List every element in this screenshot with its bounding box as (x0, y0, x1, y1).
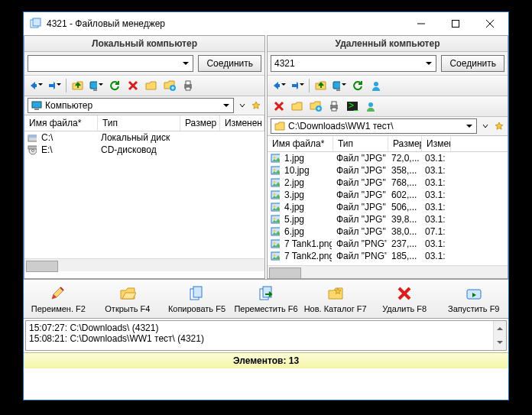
desktop-icon[interactable] (332, 79, 346, 92)
local-file-list[interactable]: C:\ Локальный диск E:\ CD-дисковод (24, 131, 264, 258)
transfer-icon[interactable] (163, 79, 177, 92)
file-size: 602,... (387, 190, 420, 200)
local-path-combo[interactable]: Компьютер (28, 98, 234, 113)
img-icon (268, 153, 280, 164)
refresh-icon[interactable] (351, 79, 365, 92)
forward-icon[interactable] (290, 79, 304, 92)
file-name: C:\ (37, 132, 96, 143)
svg-point-21 (32, 150, 34, 152)
svg-rect-17 (34, 109, 39, 110)
list-item[interactable]: C:\ Локальный диск (24, 131, 264, 144)
newdir-button[interactable]: Нов. Каталог F7 (300, 283, 370, 315)
open-button[interactable]: Открыть F4 (93, 283, 163, 315)
remote-file-list[interactable]: 1.jpg Файл "JPG" 72,0,... 03.1: 10.jpg Ф… (268, 152, 508, 265)
back-icon[interactable] (272, 79, 286, 92)
folder-icon[interactable] (290, 99, 304, 113)
local-connect-button[interactable]: Соединить (198, 55, 261, 72)
file-name: 2.jpg (280, 177, 332, 188)
remote-connect-button[interactable]: Соединить (441, 55, 504, 72)
transfer-icon[interactable] (309, 99, 323, 113)
col-type[interactable]: Тип (333, 136, 388, 151)
svg-rect-56 (193, 287, 202, 297)
up-folder-icon[interactable] (71, 79, 85, 92)
action-label: Удалить F8 (382, 304, 427, 313)
list-item[interactable]: 10.jpg Файл "JPG" 358,... 03.1: (268, 164, 508, 177)
log-panel[interactable]: 15:07:27: C:\Downloads\ (4321)15:08:21: … (25, 320, 507, 351)
remote-path-combo[interactable]: C:\Downloads\WW1 тест\ (271, 118, 477, 134)
app-icon (30, 18, 42, 30)
file-name: 3.jpg (280, 190, 332, 200)
copy-button[interactable]: Копировать F5 (162, 283, 232, 315)
svg-rect-8 (90, 82, 97, 89)
svg-point-50 (274, 230, 276, 232)
remote-hscroll[interactable] (268, 265, 508, 278)
remote-list-header[interactable]: Имя файла* Тип Размер Измен (268, 136, 508, 152)
shell-icon[interactable]: >_ (345, 99, 359, 113)
list-item[interactable]: 1.jpg Файл "JPG" 72,0,... 03.1: (268, 152, 508, 164)
svg-point-54 (274, 255, 276, 257)
svg-rect-23 (277, 84, 280, 87)
move-button[interactable]: Переместить F6 (232, 283, 301, 315)
remote-connection-combo[interactable]: 4321 (271, 55, 436, 72)
list-item[interactable]: 2.jpg Файл "JPG" 768,... 03.1: (268, 177, 508, 189)
col-modified[interactable]: Изменен (220, 115, 264, 131)
list-item[interactable]: 3.jpg Файл "JPG" 602,... 03.1: (268, 189, 508, 201)
refresh-icon[interactable] (108, 79, 122, 92)
dropdown-icon[interactable] (237, 100, 248, 111)
list-item[interactable]: 6.jpg Файл "JPG" 38,0... 07.1: (268, 225, 508, 238)
svg-rect-3 (452, 21, 459, 28)
file-name: 4.jpg (280, 202, 332, 212)
col-type[interactable]: Тип (98, 115, 180, 131)
col-name[interactable]: Имя файла* (268, 136, 333, 151)
list-item[interactable]: E:\ CD-дисковод (24, 144, 264, 156)
print-icon[interactable] (181, 79, 195, 92)
back-icon[interactable] (29, 79, 43, 92)
forward-icon[interactable] (47, 79, 61, 92)
bookmark-icon[interactable] (494, 121, 504, 131)
list-item[interactable]: 5.jpg Файл "JPG" 39,8... 03.1: (268, 213, 508, 225)
svg-point-48 (274, 218, 276, 220)
bookmark-icon[interactable] (251, 100, 261, 111)
log-line: 15:07:27: C:\Downloads\ (4321) (29, 323, 503, 333)
folder-icon[interactable] (144, 79, 158, 92)
local-list-header[interactable]: Имя файла* Тип Размер Изменен (24, 115, 264, 131)
col-name[interactable]: Имя файла* (24, 115, 98, 131)
img-icon (268, 226, 280, 237)
delete-icon[interactable] (126, 79, 140, 92)
log-scrollbar[interactable] (493, 321, 506, 350)
file-name: 7 Tank2.png (280, 251, 332, 261)
close-button[interactable] (472, 13, 507, 34)
file-modified: 03.1: (420, 190, 449, 200)
list-item[interactable]: 7 Tank2.png Файл "PNG" 185,... 03.1: (268, 250, 508, 262)
minimize-button[interactable] (404, 13, 438, 34)
img-icon (268, 202, 280, 212)
local-hscroll[interactable] (24, 258, 264, 271)
rename-button[interactable]: Переимен. F2 (24, 283, 93, 315)
file-modified: 03.1: (420, 165, 449, 176)
list-item[interactable]: 4.jpg Файл "JPG" 506,... 03.1: (268, 201, 508, 213)
delete-icon[interactable] (272, 99, 286, 113)
local-connection-combo[interactable] (28, 55, 193, 72)
delete-button[interactable]: Удалить F8 (370, 283, 440, 315)
run-button[interactable]: Запустить F9 (439, 283, 508, 315)
open-icon (118, 284, 137, 303)
maximize-button[interactable] (438, 13, 472, 34)
svg-text:>_: >_ (349, 101, 358, 111)
svg-rect-6 (34, 84, 37, 87)
col-size[interactable]: Размер (388, 136, 422, 151)
col-modified[interactable]: Измен (422, 136, 451, 151)
session-icon[interactable] (364, 99, 378, 113)
list-item[interactable]: 7 Tank1.png Файл "PNG" 237,... 03.1: (268, 238, 508, 250)
computer-icon (31, 100, 42, 111)
col-size[interactable]: Размер (180, 115, 220, 131)
svg-rect-26 (336, 89, 340, 91)
user-icon[interactable] (369, 79, 383, 92)
local-toolbar (24, 76, 264, 96)
up-folder-icon[interactable] (314, 79, 328, 92)
file-type: Файл "JPG" (332, 214, 387, 225)
rename-icon (49, 284, 67, 303)
dropdown-icon[interactable] (480, 121, 491, 131)
desktop-icon[interactable] (89, 79, 103, 92)
file-modified: 03.1: (420, 251, 449, 261)
print-icon[interactable] (327, 99, 341, 113)
